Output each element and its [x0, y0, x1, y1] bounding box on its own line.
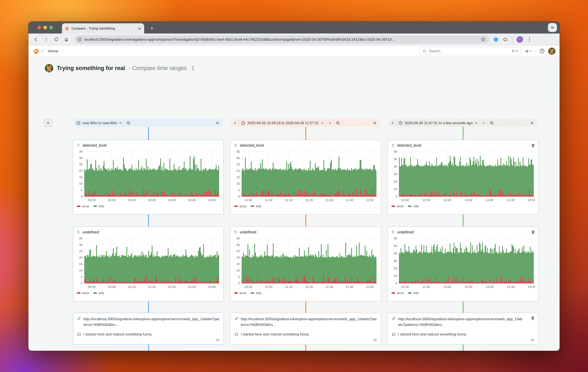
note-comment-text: I started here and noticed something fun… — [398, 332, 467, 336]
time-range-label: 2025-04-26 10:49:18 to 2025-04-26 11:57:… — [247, 121, 319, 125]
help-button[interactable] — [540, 48, 545, 54]
delete-note-icon[interactable] — [531, 316, 535, 320]
chart-panel: undefined error info — [230, 227, 381, 301]
note-age: 3h — [392, 338, 534, 342]
clock-icon — [398, 121, 403, 125]
delete-panel-icon[interactable] — [531, 143, 535, 148]
zoom-out-icon[interactable] — [127, 121, 131, 125]
reload-button[interactable] — [51, 35, 61, 44]
help-icon — [540, 48, 545, 54]
toolbar-divider — [512, 37, 512, 42]
browser-toolbar: localhost:3000/a/grafana-investigations-… — [28, 33, 560, 45]
clock-icon — [76, 121, 80, 125]
org-switcher-chevron-icon[interactable] — [41, 50, 44, 52]
note-card: http://localhost:3000/a/grafana-lokiexpl… — [230, 313, 381, 344]
logs-icon — [234, 230, 238, 234]
note-link-text[interactable]: http://localhost:3000/a/grafana-lokiexpl… — [84, 316, 220, 328]
investigation-avatar — [45, 64, 53, 72]
stacked-bar-chart — [234, 149, 378, 203]
site-info-icon[interactable] — [77, 37, 82, 42]
tab-title: Compare - Trying something — [72, 27, 136, 30]
logs-icon — [391, 143, 395, 148]
panel-title: undefined — [83, 230, 99, 234]
zoom-out-icon[interactable] — [490, 121, 494, 125]
time-range-picker[interactable]: now-90m to now-60m ✕ — [74, 119, 223, 127]
window-controls — [37, 26, 53, 29]
chevron-down-icon — [530, 50, 532, 52]
stacked-bar-chart — [391, 236, 535, 290]
breadcrumb-home[interactable]: Home — [48, 49, 58, 53]
minimize-window-button[interactable] — [43, 26, 47, 29]
search-icon — [423, 49, 427, 53]
time-range-picker[interactable]: 2025-04-26 10:49:18 to 2025-04-26 11:57:… — [231, 119, 380, 127]
desktop-wallpaper: Compare - Trying something ✕ + — [0, 0, 588, 372]
note-age: 3h — [77, 338, 220, 342]
browser-tab-strip: Compare - Trying something ✕ + — [28, 22, 560, 33]
chart-legend: error info — [76, 290, 220, 296]
forward-button[interactable] — [41, 35, 51, 44]
clock-icon — [241, 121, 245, 125]
range-divider — [124, 120, 125, 126]
chart-panel: detected_level error info — [230, 140, 381, 215]
stacked-bar-chart — [234, 236, 378, 290]
remove-column-icon[interactable]: ✕ — [372, 120, 378, 126]
comment-icon — [77, 332, 81, 336]
add-time-range-button[interactable]: + — [44, 119, 52, 127]
link-icon — [77, 317, 81, 328]
chart-panel: undefined error info — [388, 227, 538, 301]
panel-title: detected_level — [397, 143, 421, 148]
zoom-out-icon[interactable] — [336, 121, 340, 125]
tab-close-icon[interactable]: ✕ — [138, 26, 141, 30]
page-subtitle: - Compare time ranges — [129, 65, 187, 72]
chevron-down-icon — [475, 121, 478, 124]
home-button[interactable] — [61, 35, 72, 44]
shift-right-icon[interactable] — [482, 121, 485, 124]
shift-left-icon[interactable] — [234, 121, 237, 124]
shift-left-icon[interactable] — [391, 121, 394, 124]
page-menu-icon[interactable] — [190, 65, 196, 72]
note-card: http://localhost:3000/a/grafana-lokiexpl… — [73, 313, 224, 344]
chart-panel: detected_level error info — [388, 140, 538, 215]
remove-column-icon[interactable]: ✕ — [529, 120, 535, 126]
browser-window: Compare - Trying something ✕ + — [28, 22, 560, 351]
time-range-label: 2025-04-26 11:47:31 to a few seconds ago — [405, 121, 473, 125]
note-comment-text: I started here and noticed something fun… — [241, 332, 310, 336]
chart-panel: undefined error info — [73, 227, 224, 301]
range-divider — [487, 120, 488, 126]
time-range-label: now-90m to now-60m — [83, 121, 117, 125]
grafana-header: Home › Search... ⌘+k — [28, 45, 560, 57]
url-text: localhost:3000/a/grafana-investigations-… — [84, 37, 478, 42]
bookmark-star-icon[interactable] — [481, 37, 485, 42]
plus-icon — [525, 49, 529, 53]
tab-search-button[interactable] — [548, 23, 557, 32]
panel-title: detected_level — [240, 143, 264, 148]
link-icon — [234, 317, 238, 328]
time-range-picker[interactable]: 2025-04-26 11:47:31 to a few seconds ago… — [388, 119, 537, 127]
browser-profile-avatar[interactable] — [516, 36, 523, 43]
delete-panel-icon[interactable] — [531, 230, 535, 234]
comment-icon — [392, 332, 396, 336]
note-link-text[interactable]: http://localhost:3000/a/grafana-lokiexpl… — [241, 316, 377, 328]
add-new-button[interactable] — [525, 49, 532, 53]
fullscreen-window-button[interactable] — [49, 26, 53, 29]
chart-legend: error info — [391, 290, 535, 296]
extensions-puzzle-icon[interactable] — [503, 37, 508, 42]
user-avatar[interactable] — [548, 47, 555, 55]
password-manager-icon[interactable] — [493, 37, 499, 42]
comment-icon — [234, 332, 238, 336]
search-shortcut: ⌘+k — [511, 49, 518, 53]
grafana-logo[interactable] — [33, 48, 39, 54]
back-button[interactable] — [31, 35, 41, 44]
investigation-page: Trying something for real - Compare time… — [28, 57, 560, 351]
browser-tab[interactable]: Compare - Trying something ✕ — [62, 23, 144, 33]
logs-icon — [391, 230, 395, 234]
browser-menu-icon[interactable] — [527, 37, 532, 42]
note-link-text[interactable]: http://localhost:3000/a/grafana-lokiexpl… — [398, 316, 524, 328]
url-bar[interactable]: localhost:3000/a/grafana-investigations-… — [74, 35, 489, 44]
remove-column-icon[interactable]: ✕ — [215, 120, 220, 126]
shift-right-icon[interactable] — [328, 121, 331, 124]
header-divider — [536, 48, 536, 54]
new-tab-button[interactable]: + — [148, 24, 156, 32]
close-window-button[interactable] — [37, 26, 41, 29]
search-input[interactable]: Search... ⌘+k — [420, 47, 521, 55]
